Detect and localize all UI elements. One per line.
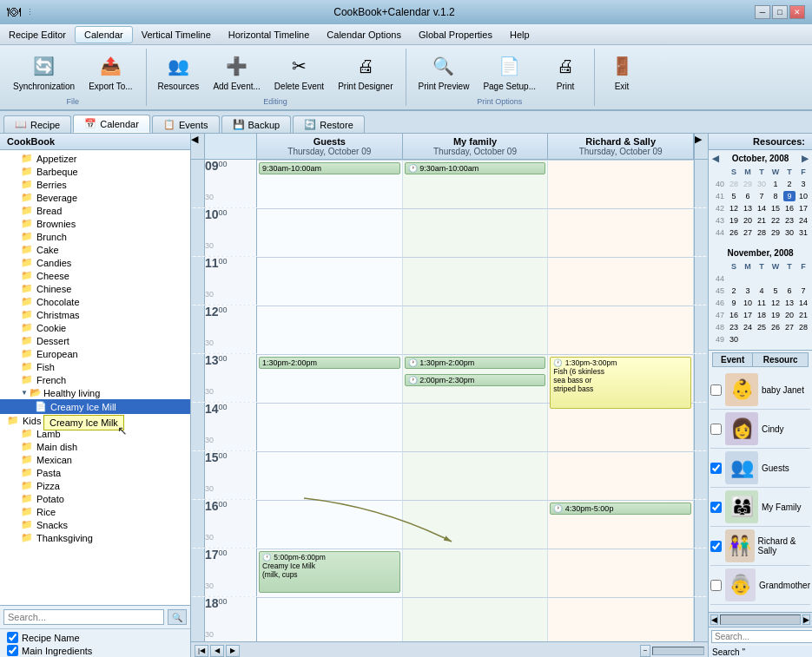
oct-6[interactable]: 6 xyxy=(742,191,754,201)
checkbox-main-ingredients[interactable]: Main Ingredients xyxy=(7,644,183,657)
sidebar-item-berries[interactable]: 📁Berries xyxy=(0,178,190,191)
sidebar-item-main-dish[interactable]: 📁Main dish xyxy=(0,440,190,453)
menu-horizontal-timeline[interactable]: Horizontal Timeline xyxy=(220,27,319,43)
sidebar-item-christmas[interactable]: 📁Christmas xyxy=(0,308,190,321)
sidebar-item-brunch[interactable]: 📁Brunch xyxy=(0,230,190,243)
event-430-richard[interactable]: 🕐 4:30pm-5:00p xyxy=(550,503,691,515)
sidebar-item-brownies[interactable]: 📁Brownies xyxy=(0,217,190,230)
delete-event-button[interactable]: ✂ Delete Event xyxy=(268,49,330,95)
sidebar-item-dessert[interactable]: 📁Dessert xyxy=(0,334,190,347)
scroll-right-button[interactable]: ▶ xyxy=(694,134,708,159)
sidebar-item-european[interactable]: 📁European xyxy=(0,347,190,360)
tab-restore[interactable]: 🔄 Restore xyxy=(293,115,365,133)
sidebar-item-pizza[interactable]: 📁Pizza xyxy=(0,479,190,492)
tab-backup[interactable]: 💾 Backup xyxy=(221,115,292,133)
sidebar-item-appetizer[interactable]: 📁Appetizer xyxy=(0,152,190,165)
event-930-guests[interactable]: 9:30am-10:00am xyxy=(259,162,400,174)
sidebar-item-barbeque[interactable]: 📁Barbeque xyxy=(0,165,190,178)
oct-15[interactable]: 15 xyxy=(769,203,782,214)
oct-30[interactable]: 30 xyxy=(783,227,795,238)
checkbox-recipe-name[interactable]: Recipe Name xyxy=(7,631,183,644)
nav-first-button[interactable]: |◀ xyxy=(195,645,208,657)
print-designer-button[interactable]: 🖨 Print Designer xyxy=(332,49,399,95)
sidebar-search-input[interactable] xyxy=(3,609,164,625)
sidebar-item-thanksgiving[interactable]: 📁Thanksgiving xyxy=(0,531,190,544)
oct-13[interactable]: 13 xyxy=(742,203,754,214)
oct-26[interactable]: 26 xyxy=(728,227,740,238)
event-500-guests[interactable]: 🕐 5:00pm-6:00pmCreamy Ice Milk(milk, cup… xyxy=(259,551,400,593)
print-preview-button[interactable]: 🔍 Print Preview xyxy=(412,49,475,95)
menu-recipe-editor[interactable]: Recipe Editor xyxy=(0,27,75,43)
oct-31[interactable]: 31 xyxy=(797,227,809,238)
oct-5[interactable]: 5 xyxy=(728,191,740,201)
add-event-button[interactable]: ➕ Add Event... xyxy=(207,49,266,95)
exit-button[interactable]: 🚪 Exit xyxy=(600,49,644,95)
sidebar-item-healthy-living[interactable]: ▼ 📂 Healthy living xyxy=(0,386,190,399)
oct-8[interactable]: 8 xyxy=(769,191,782,201)
sidebar-item-candies[interactable]: 📁Candies xyxy=(0,256,190,269)
nav-minus-button[interactable]: − xyxy=(640,645,650,657)
right-search-input[interactable] xyxy=(711,630,812,643)
oct-3[interactable]: 3 xyxy=(797,179,809,189)
close-button[interactable]: ✕ xyxy=(789,5,805,19)
oct-23[interactable]: 23 xyxy=(783,215,795,226)
sidebar-item-chinese[interactable]: 📁Chinese xyxy=(0,282,190,295)
oct-9[interactable]: 9 xyxy=(783,191,795,201)
sidebar-item-creamy-ice-milk[interactable]: 📄 Creamy Ice Mill xyxy=(0,399,190,414)
right-nav-right[interactable]: ▶ xyxy=(802,614,810,625)
menu-vertical-timeline[interactable]: Vertical Timeline xyxy=(133,27,220,43)
menu-help[interactable]: Help xyxy=(501,27,538,43)
right-nav-left[interactable]: ◀ xyxy=(710,614,718,625)
main-ingredients-checkbox[interactable] xyxy=(7,645,18,656)
menu-global-properties[interactable]: Global Properties xyxy=(410,27,501,43)
oct-29[interactable]: 29 xyxy=(742,179,754,189)
sidebar-item-cake[interactable]: 📁Cake xyxy=(0,243,190,256)
sidebar-search-button[interactable]: 🔍 xyxy=(168,609,187,625)
scroll-left-button[interactable]: ◀ xyxy=(191,134,205,159)
event-130-guests[interactable]: 1:30pm-2:00pm xyxy=(259,357,400,369)
oct-1[interactable]: 1 xyxy=(769,179,782,189)
baby-janet-checkbox[interactable] xyxy=(710,384,722,396)
oct-20[interactable]: 20 xyxy=(742,215,754,226)
oct-28[interactable]: 28 xyxy=(728,179,740,189)
oct-12[interactable]: 12 xyxy=(728,203,740,214)
oct-22[interactable]: 22 xyxy=(769,215,782,226)
sidebar-item-rice[interactable]: 📁Rice xyxy=(0,505,190,518)
oct-27[interactable]: 27 xyxy=(742,227,754,238)
sidebar-item-french[interactable]: 📁French xyxy=(0,373,190,386)
minimize-button[interactable]: ─ xyxy=(755,5,770,19)
event-200-myfamily[interactable]: 🕐 2:00pm-2:30pm xyxy=(405,374,546,386)
sidebar-item-snacks[interactable]: 📁Snacks xyxy=(0,518,190,531)
guests-checkbox[interactable] xyxy=(710,463,722,474)
sidebar-item-chocolate[interactable]: 📁Chocolate xyxy=(0,295,190,308)
event-130-myfamily[interactable]: 🕐 1:30pm-2:00pm xyxy=(405,357,546,369)
sidebar-item-fish[interactable]: 📁Fish xyxy=(0,360,190,373)
sidebar-item-cheese[interactable]: 📁Cheese xyxy=(0,269,190,282)
richard-sally-checkbox[interactable] xyxy=(710,541,722,552)
event-930-myfamily[interactable]: 🕐 9:30am-10:00am xyxy=(405,162,546,174)
sidebar-item-cookie[interactable]: 📁Cookie xyxy=(0,321,190,334)
sync-button[interactable]: 🔄 Synchronization xyxy=(7,49,81,95)
sidebar-item-mexican[interactable]: 📁Mexican xyxy=(0,453,190,466)
menu-calendar[interactable]: Calendar xyxy=(75,26,133,43)
page-setup-button[interactable]: 📄 Page Setup... xyxy=(477,49,542,95)
cindy-checkbox[interactable] xyxy=(710,424,722,435)
event-130-richard[interactable]: 🕐 1:30pm-3:00pmFish (6 skinlesssea bass … xyxy=(550,357,691,409)
oct-21[interactable]: 21 xyxy=(756,215,768,226)
print-button[interactable]: 🖨 Print xyxy=(544,49,587,95)
oct-14[interactable]: 14 xyxy=(756,203,768,214)
oct-7[interactable]: 7 xyxy=(756,191,768,201)
oct-19[interactable]: 19 xyxy=(728,215,740,226)
nav-next-button[interactable]: ▶ xyxy=(226,645,240,657)
oct-29[interactable]: 29 xyxy=(769,227,782,238)
sidebar-item-bread[interactable]: 📁Bread xyxy=(0,204,190,217)
prev-month-button[interactable]: ◀ xyxy=(712,154,719,163)
right-scrollbar[interactable] xyxy=(720,614,801,625)
nav-prev-button[interactable]: ◀ xyxy=(210,645,224,657)
tab-events[interactable]: 📋 Events xyxy=(152,115,220,133)
oct-10[interactable]: 10 xyxy=(797,191,809,201)
my-family-checkbox[interactable] xyxy=(710,502,722,513)
next-month-button[interactable]: ▶ xyxy=(802,154,809,163)
sidebar-item-beverage[interactable]: 📁Beverage xyxy=(0,191,190,204)
maximize-button[interactable]: □ xyxy=(772,5,788,19)
